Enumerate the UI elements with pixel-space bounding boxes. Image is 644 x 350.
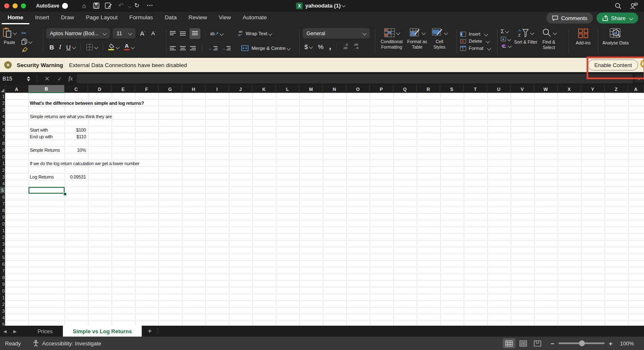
row-header-8[interactable]: 8 bbox=[0, 140, 5, 147]
minimize-window-button[interactable] bbox=[13, 3, 18, 8]
italic-button[interactable]: I bbox=[59, 44, 61, 51]
increase-font-size-button[interactable]: A^ bbox=[140, 30, 146, 37]
ribbon-tab-home[interactable]: Home bbox=[2, 12, 29, 24]
row-header-24[interactable]: 4 bbox=[0, 247, 5, 254]
row-header-28[interactable]: 8 bbox=[0, 274, 5, 281]
cell-styles-button[interactable]: Cell Styles bbox=[429, 24, 449, 49]
cell-B13[interactable]: Log Returns bbox=[30, 174, 54, 180]
row-header-13[interactable]: 3 bbox=[0, 174, 5, 180]
ribbon-tab-formulas[interactable]: Formulas bbox=[124, 12, 159, 24]
cell-B11[interactable]: If we do the log return calculation we g… bbox=[30, 160, 140, 167]
enter-icon[interactable]: ✓ bbox=[54, 75, 66, 82]
column-header-I[interactable]: I bbox=[205, 85, 229, 93]
row-header-32[interactable]: 2 bbox=[0, 301, 5, 308]
document-menu-chevron-icon[interactable] bbox=[342, 3, 346, 8]
row-header-16[interactable]: 6 bbox=[0, 194, 5, 200]
accounting-format-button[interactable]: $ bbox=[304, 43, 312, 50]
cell-B9[interactable]: Simple Returns bbox=[30, 147, 60, 153]
add-sheet-button[interactable]: + bbox=[142, 326, 157, 337]
column-header-A[interactable]: A bbox=[5, 85, 29, 93]
sheet-tab-simple-vs-log-returns[interactable]: Simple vs Log Returns bbox=[63, 326, 142, 337]
comma-style-button[interactable]: , bbox=[329, 44, 331, 49]
analyse-data-button[interactable]: Analyse Data bbox=[602, 24, 628, 46]
formula-bar-expand-button[interactable] bbox=[635, 75, 643, 83]
cell-C6[interactable]: $100 bbox=[65, 127, 86, 133]
row-header-11[interactable]: 1 bbox=[0, 160, 5, 167]
format-as-table-button[interactable]: Format as Table bbox=[405, 24, 429, 49]
column-header-H[interactable]: H bbox=[182, 85, 205, 93]
name-box[interactable]: B15 bbox=[0, 75, 27, 82]
row-header-17[interactable]: 7 bbox=[0, 200, 5, 207]
name-box-spinner[interactable] bbox=[27, 76, 30, 81]
insert-cells-button[interactable]: Insert bbox=[460, 31, 496, 37]
ribbon-tab-page-layout[interactable]: Page Layout bbox=[80, 12, 124, 24]
fill-button[interactable] bbox=[501, 36, 511, 41]
row-header-6[interactable]: 6 bbox=[0, 127, 5, 133]
row-header-25[interactable]: 5 bbox=[0, 254, 5, 261]
borders-button[interactable] bbox=[86, 44, 98, 51]
font-size-select[interactable]: 11 bbox=[113, 28, 135, 39]
column-header-K[interactable]: K bbox=[252, 85, 276, 93]
cell-C7[interactable]: $110 bbox=[65, 133, 86, 140]
align-top-icon[interactable] bbox=[169, 31, 176, 36]
decrease-decimal-button[interactable]: .00→0 bbox=[353, 43, 358, 50]
row-header-5[interactable]: 5 bbox=[0, 120, 5, 127]
ribbon-tab-automate[interactable]: Automate bbox=[237, 12, 273, 24]
bold-button[interactable]: B bbox=[49, 44, 54, 51]
cut-button[interactable]: ✂ bbox=[21, 30, 32, 36]
column-header-B[interactable]: B bbox=[29, 85, 65, 93]
delete-cells-button[interactable]: Delete bbox=[460, 39, 496, 44]
ribbon-tab-data[interactable]: Data bbox=[159, 12, 183, 24]
document-title[interactable]: yahoodata (1) bbox=[305, 3, 341, 9]
cell-C13[interactable]: 0.09531 bbox=[65, 174, 86, 180]
addins-button[interactable]: Add-ins bbox=[576, 24, 591, 46]
row-header-35[interactable]: 5 bbox=[0, 321, 5, 326]
row-header-34[interactable]: 4 bbox=[0, 314, 5, 321]
fill-handle[interactable] bbox=[63, 192, 67, 196]
conditional-formatting-button[interactable]: Conditional Formatting bbox=[378, 24, 405, 49]
column-header-W[interactable]: W bbox=[534, 85, 558, 93]
contact-support-icon[interactable] bbox=[630, 2, 638, 9]
row-header-31[interactable]: 1 bbox=[0, 294, 5, 301]
ribbon-tab-review[interactable]: Review bbox=[182, 12, 213, 24]
column-header-O[interactable]: O bbox=[346, 85, 370, 93]
row-header-15[interactable]: 5 bbox=[0, 187, 5, 194]
ribbon-tab-draw[interactable]: Draw bbox=[55, 12, 80, 24]
save-as-icon[interactable] bbox=[105, 3, 112, 9]
clear-button[interactable] bbox=[501, 44, 511, 48]
zoom-level[interactable]: 100% bbox=[620, 340, 634, 347]
cell-C9[interactable]: 10% bbox=[65, 147, 86, 153]
zoom-out-button[interactable]: − bbox=[551, 340, 554, 347]
column-header-L[interactable]: L bbox=[276, 85, 299, 93]
row-header-33[interactable]: 3 bbox=[0, 308, 5, 314]
zoom-slider[interactable] bbox=[558, 342, 605, 344]
page-break-view-button[interactable] bbox=[531, 338, 544, 348]
column-header-F[interactable]: F bbox=[135, 85, 158, 93]
row-header-20[interactable]: 0 bbox=[0, 220, 5, 227]
column-header-Y[interactable]: Y bbox=[581, 85, 605, 93]
redo-icon[interactable]: ↻ bbox=[134, 2, 140, 8]
column-header-X[interactable]: X bbox=[558, 85, 581, 93]
column-header-R[interactable]: R bbox=[417, 85, 440, 93]
column-header-A[interactable]: A bbox=[628, 85, 644, 93]
row-header-12[interactable]: 2 bbox=[0, 167, 5, 174]
merge-centre-button[interactable]: Merge & Centre bbox=[241, 45, 290, 51]
row-header-18[interactable]: 8 bbox=[0, 207, 5, 214]
percent-style-button[interactable]: % bbox=[318, 43, 323, 50]
column-header-V[interactable]: V bbox=[511, 85, 534, 93]
sheet-tab-prices[interactable]: Prices bbox=[27, 326, 62, 337]
row-header-9[interactable]: 9 bbox=[0, 147, 5, 153]
column-header-C[interactable]: C bbox=[65, 85, 88, 93]
row-header-10[interactable]: 0 bbox=[0, 153, 5, 160]
column-header-D[interactable]: D bbox=[88, 85, 112, 93]
decrease-font-size-button[interactable]: Aˇ bbox=[151, 30, 156, 36]
accessibility-status[interactable]: Accessibility: Investigate bbox=[42, 340, 101, 347]
grid-body[interactable]: What's the difference between simple and… bbox=[5, 93, 644, 326]
cell-B6[interactable]: Start with bbox=[30, 127, 48, 133]
column-header-Q[interactable]: Q bbox=[393, 85, 417, 93]
row-header-19[interactable]: 9 bbox=[0, 214, 5, 220]
more-commands-icon[interactable]: ... bbox=[147, 0, 153, 7]
sheet-nav-right-icon[interactable]: ▶ bbox=[10, 326, 20, 337]
column-header-T[interactable]: T bbox=[464, 85, 487, 93]
format-cells-button[interactable]: Format bbox=[460, 46, 496, 51]
